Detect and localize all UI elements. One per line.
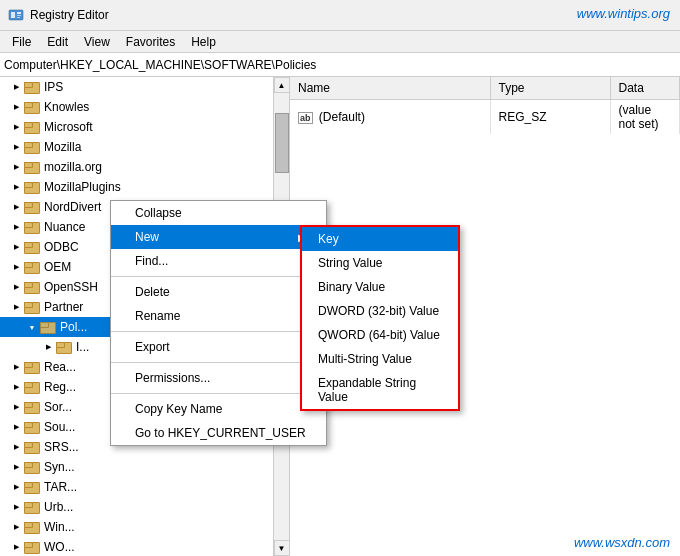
menu-help[interactable]: Help — [183, 33, 224, 51]
ctx-export[interactable]: Export — [111, 335, 326, 359]
tree-item-mozillaplugins[interactable]: MozillaPlugins — [0, 177, 274, 197]
submenu-item-key[interactable]: Key — [302, 227, 458, 251]
label-win: Win... — [44, 520, 75, 534]
ctx-collapse[interactable]: Collapse — [111, 201, 326, 225]
folder-icon-srs — [24, 440, 40, 454]
submenu-item-string[interactable]: String Value — [302, 251, 458, 275]
arrow-mozillaplugins — [8, 179, 24, 195]
folder-icon-sou — [24, 420, 40, 434]
scroll-down-btn[interactable]: ▼ — [274, 540, 290, 556]
label-mozilla: Mozilla — [44, 140, 81, 154]
label-partner: Partner — [44, 300, 83, 314]
ctx-new-wrapper: New ▶ Key String Value Binary Value DWOR… — [111, 225, 326, 249]
label-sou: Sou... — [44, 420, 75, 434]
folder-icon-nuance — [24, 220, 40, 234]
arrow-mozilla — [8, 139, 24, 155]
tree-item-microsoft[interactable]: Microsoft — [0, 117, 274, 137]
folder-icon-mozillaplugins — [24, 180, 40, 194]
folder-icon-norddivert — [24, 200, 40, 214]
ctx-copy-key[interactable]: Copy Key Name — [111, 397, 326, 421]
menu-view[interactable]: View — [76, 33, 118, 51]
arrow-oem — [8, 259, 24, 275]
ctx-divider-2 — [111, 331, 326, 332]
tree-item-knowles[interactable]: Knowles — [0, 97, 274, 117]
label-tar: TAR... — [44, 480, 77, 494]
submenu-multistring-label: Multi-String Value — [318, 352, 412, 366]
tree-item-win[interactable]: Win... — [0, 517, 274, 537]
submenu-item-expandable[interactable]: Expandable String Value — [302, 371, 458, 409]
ctx-collapse-label: Collapse — [135, 206, 182, 220]
context-menu: Collapse New ▶ Key String Value Binary V… — [110, 200, 327, 446]
arrow-tar — [8, 479, 24, 495]
submenu-item-qword[interactable]: QWORD (64-bit) Value — [302, 323, 458, 347]
submenu-item-binary[interactable]: Binary Value — [302, 275, 458, 299]
menu-file[interactable]: File — [4, 33, 39, 51]
ctx-goto-hkcu-label: Go to HKEY_CURRENT_USER — [135, 426, 306, 440]
label-rea: Rea... — [44, 360, 76, 374]
watermark: www.wintips.org — [577, 6, 670, 21]
ctx-permissions[interactable]: Permissions... — [111, 366, 326, 390]
svg-rect-2 — [17, 12, 21, 14]
arrow-sor — [8, 399, 24, 415]
menu-bar: File Edit View Favorites Help — [0, 31, 680, 53]
tree-item-wo[interactable]: WO... — [0, 537, 274, 556]
cell-name-text: (Default) — [319, 110, 365, 124]
folder-icon-mozillaorg — [24, 160, 40, 174]
label-policies: Pol... — [60, 320, 87, 334]
ctx-goto-hkcu[interactable]: Go to HKEY_CURRENT_USER — [111, 421, 326, 445]
table-row[interactable]: ab (Default) REG_SZ (value not set) — [290, 99, 680, 134]
folder-icon-sor — [24, 400, 40, 414]
label-sor: Sor... — [44, 400, 72, 414]
label-wo: WO... — [44, 540, 75, 554]
watermark2: www.wsxdn.com — [574, 535, 670, 550]
folder-icon-reg — [24, 380, 40, 394]
label-mozillaplugins: MozillaPlugins — [44, 180, 121, 194]
arrow-microsoft — [8, 119, 24, 135]
scroll-thumb[interactable] — [275, 113, 289, 173]
reg-ab-icon: ab — [298, 112, 313, 124]
arrow-mozillaorg — [8, 159, 24, 175]
ctx-divider-1 — [111, 276, 326, 277]
ctx-delete[interactable]: Delete — [111, 280, 326, 304]
ctx-find[interactable]: Find... — [111, 249, 326, 273]
tree-item-ips[interactable]: IPS — [0, 77, 274, 97]
arrow-win — [8, 519, 24, 535]
menu-favorites[interactable]: Favorites — [118, 33, 183, 51]
label-urb: Urb... — [44, 500, 73, 514]
arrow-reg — [8, 379, 24, 395]
arrow-ips — [8, 79, 24, 95]
folder-icon-win — [24, 520, 40, 534]
folder-icon-ips — [24, 80, 40, 94]
folder-icon-wo — [24, 540, 40, 554]
arrow-syn — [8, 459, 24, 475]
arrow-wo — [8, 539, 24, 555]
folder-icon-rea — [24, 360, 40, 374]
folder-icon-oem — [24, 260, 40, 274]
submenu-item-multistring[interactable]: Multi-String Value — [302, 347, 458, 371]
folder-icon-policies — [40, 320, 56, 334]
tree-item-mozillaorg[interactable]: mozilla.org — [0, 157, 274, 177]
submenu-item-dword[interactable]: DWORD (32-bit) Value — [302, 299, 458, 323]
svg-rect-1 — [11, 12, 15, 18]
ctx-rename[interactable]: Rename — [111, 304, 326, 328]
submenu-string-label: String Value — [318, 256, 382, 270]
submenu-expandable-label: Expandable String Value — [318, 376, 416, 404]
label-syn: Syn... — [44, 460, 75, 474]
arrow-rea — [8, 359, 24, 375]
title-text: Registry Editor — [30, 8, 109, 22]
tree-item-urb[interactable]: Urb... — [0, 497, 274, 517]
ctx-export-label: Export — [135, 340, 170, 354]
tree-item-mozilla[interactable]: Mozilla — [0, 137, 274, 157]
ctx-find-label: Find... — [135, 254, 168, 268]
col-header-name: Name — [290, 77, 490, 99]
ctx-new[interactable]: New ▶ — [111, 225, 326, 249]
menu-edit[interactable]: Edit — [39, 33, 76, 51]
tree-item-syn[interactable]: Syn... — [0, 457, 274, 477]
title-bar: Registry Editor www.wintips.org — [0, 0, 680, 31]
ctx-delete-label: Delete — [135, 285, 170, 299]
registry-table: Name Type Data ab (Default) REG_SZ (valu… — [290, 77, 680, 134]
tree-item-tar[interactable]: TAR... — [0, 477, 274, 497]
scroll-up-btn[interactable]: ▲ — [274, 77, 290, 93]
ctx-rename-label: Rename — [135, 309, 180, 323]
cell-type: REG_SZ — [490, 99, 610, 134]
